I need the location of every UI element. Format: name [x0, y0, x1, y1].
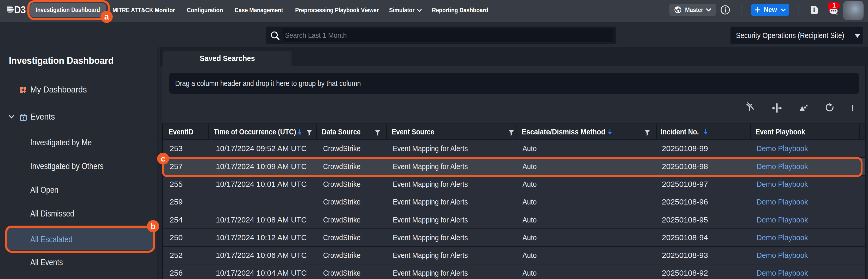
svg-text:1: 1	[833, 2, 836, 9]
